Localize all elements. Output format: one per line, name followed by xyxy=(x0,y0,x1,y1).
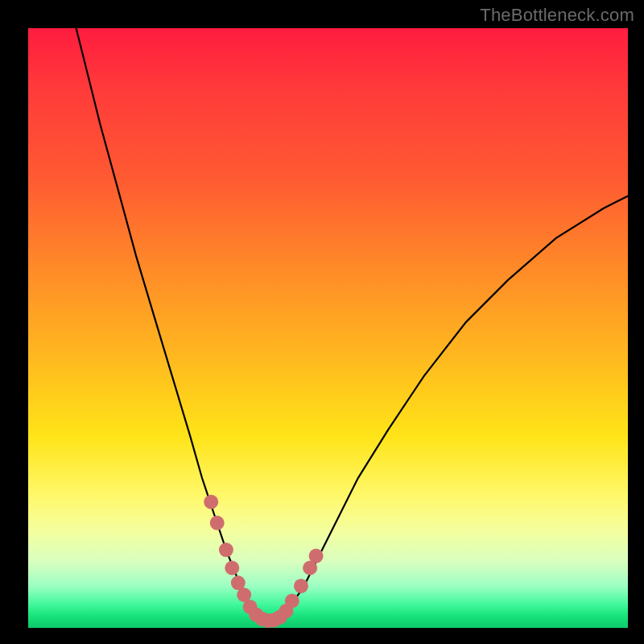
curve-marker xyxy=(285,594,299,609)
curve-marker xyxy=(309,549,324,564)
bottleneck-curve xyxy=(76,28,628,622)
plot-area xyxy=(28,28,628,628)
curve-marker xyxy=(294,579,308,593)
curve-marker xyxy=(219,543,233,557)
chart-frame: TheBottleneck.com xyxy=(0,0,644,644)
watermark-text: TheBottleneck.com xyxy=(480,5,634,26)
curve-marker xyxy=(210,516,225,530)
bottleneck-curve-svg xyxy=(28,28,628,628)
curve-marker xyxy=(204,495,218,510)
curve-markers xyxy=(204,495,323,629)
curve-marker xyxy=(225,561,239,576)
